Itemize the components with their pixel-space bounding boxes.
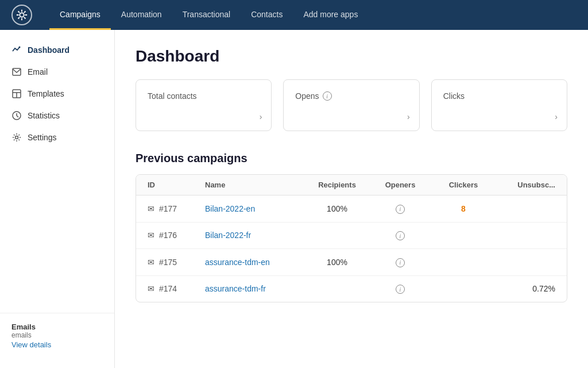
openers-info-icon-175: i (396, 258, 405, 267)
cell-openers-175: i (372, 257, 429, 267)
campaigns-table: ID Name Recipients Openers Clickers Unsu… (136, 174, 567, 302)
col-recipients: Recipients (303, 181, 372, 189)
sidebar-item-email[interactable]: Email (0, 61, 114, 83)
sidebar-footer-bold-label: Emails (11, 323, 103, 331)
col-name: Name (205, 181, 303, 189)
col-clickers: Clickers (429, 181, 498, 189)
sidebar-item-dashboard[interactable]: Dashboard (0, 39, 114, 61)
cell-id-176: ✉ #176 (148, 231, 205, 240)
cell-recipients-175: 100% (303, 258, 372, 267)
svg-rect-2 (13, 68, 21, 75)
openers-info-icon-176: i (396, 231, 405, 240)
stat-card-clicks[interactable]: Clicks › (431, 79, 567, 131)
templates-icon (11, 89, 22, 99)
view-details-link[interactable]: View details (11, 340, 51, 349)
stat-label-clicks: Clicks (443, 91, 465, 101)
stat-label-opens: Opens (295, 91, 319, 101)
nav-contacts[interactable]: Contacts (241, 0, 293, 30)
openers-info-icon-174: i (396, 285, 405, 294)
table-header: ID Name Recipients Openers Clickers Unsu… (136, 175, 567, 195)
cell-name-174: assurance-tdm-fr (205, 284, 303, 293)
nav-items: Campaigns Automation Transactional Conta… (49, 0, 368, 30)
row-email-icon-177: ✉ (148, 204, 154, 213)
stat-card-total-contacts[interactable]: Total contacts › (136, 79, 272, 131)
col-unsubscribe: Unsubsc... (498, 181, 555, 189)
opens-info-icon: i (323, 91, 332, 101)
cell-name-176: Bilan-2022-fr (205, 231, 303, 240)
nav-campaigns[interactable]: Campaigns (49, 0, 111, 30)
row-email-icon-174: ✉ (148, 284, 154, 293)
cell-id-175: ✉ #175 (148, 258, 205, 267)
cell-clickers-177: 8 (429, 204, 498, 213)
nav-automation[interactable]: Automation (111, 0, 172, 30)
cell-openers-174: i (372, 284, 429, 294)
sidebar-item-settings[interactable]: Settings (0, 126, 114, 148)
stat-cards: Total contacts › Opens i › Clicks › (136, 79, 567, 131)
stat-card-arrow-clicks: › (555, 112, 558, 121)
stat-card-opens[interactable]: Opens i › (283, 79, 419, 131)
cell-id-174: ✉ #174 (148, 284, 205, 293)
row-id-174: #174 (159, 284, 177, 293)
stat-card-arrow-opens: › (407, 112, 410, 121)
openers-info-icon-177: i (396, 205, 405, 214)
statistics-icon (11, 110, 22, 121)
top-navigation: Campaigns Automation Transactional Conta… (0, 0, 588, 30)
sidebar-label-statistics: Statistics (28, 111, 60, 120)
row-id-175: #175 (159, 258, 177, 267)
table-row: ✉ #175 assurance-tdm-en 100% i (136, 249, 567, 276)
sidebar-label-dashboard: Dashboard (28, 45, 69, 55)
cell-id-177: ✉ #177 (148, 204, 205, 213)
main-layout: Dashboard Email Templates (0, 30, 588, 368)
settings-icon (11, 132, 22, 143)
stat-card-header-clicks: Clicks (443, 91, 555, 101)
sidebar-label-settings: Settings (28, 133, 57, 142)
cell-name-175: assurance-tdm-en (205, 258, 303, 267)
campaign-link-176[interactable]: Bilan-2022-fr (205, 231, 251, 240)
svg-point-7 (16, 136, 18, 139)
row-id-176: #176 (159, 231, 177, 240)
nav-add-more-apps[interactable]: Add more apps (293, 0, 368, 30)
row-email-icon-175: ✉ (148, 258, 154, 267)
stat-card-header-opens: Opens i (295, 91, 407, 101)
stat-label-contacts: Total contacts (148, 91, 197, 101)
cell-recipients-177: 100% (303, 204, 372, 213)
cell-openers-176: i (372, 231, 429, 241)
cell-openers-177: i (372, 204, 429, 214)
main-content: Dashboard Total contacts › Opens i › Cli… (115, 30, 588, 368)
table-row: ✉ #177 Bilan-2022-en 100% i 8 (136, 195, 567, 223)
table-row: ✉ #174 assurance-tdm-fr i 0.72% (136, 276, 567, 302)
cell-name-177: Bilan-2022-en (205, 204, 303, 213)
campaign-link-175[interactable]: assurance-tdm-en (205, 258, 270, 267)
campaign-link-177[interactable]: Bilan-2022-en (205, 204, 255, 213)
stat-card-header-contacts: Total contacts (148, 91, 260, 101)
sidebar-footer-sub-label: emails (11, 331, 103, 339)
cell-unsubscribe-174: 0.72% (498, 284, 555, 293)
email-icon (11, 67, 22, 77)
svg-point-1 (19, 47, 21, 48)
sidebar-footer: Emails emails View details (0, 313, 114, 359)
campaign-link-174[interactable]: assurance-tdm-fr (205, 284, 266, 293)
sidebar-label-templates: Templates (28, 89, 64, 98)
row-email-icon-176: ✉ (148, 231, 154, 240)
sidebar-item-statistics[interactable]: Statistics (0, 105, 114, 126)
logo[interactable] (11, 5, 32, 25)
sidebar-label-email: Email (28, 67, 48, 76)
sidebar: Dashboard Email Templates (0, 30, 115, 368)
svg-point-0 (20, 13, 24, 17)
nav-transactional[interactable]: Transactional (172, 0, 241, 30)
stat-card-arrow-contacts: › (260, 112, 262, 121)
col-openers: Openers (372, 181, 429, 189)
page-title: Dashboard (136, 47, 567, 66)
previous-campaigns-title: Previous campaigns (136, 152, 567, 165)
sidebar-item-templates[interactable]: Templates (0, 83, 114, 105)
col-id: ID (148, 181, 205, 189)
row-id-177: #177 (159, 204, 177, 213)
table-row: ✉ #176 Bilan-2022-fr i (136, 223, 567, 250)
dashboard-icon (11, 45, 22, 55)
